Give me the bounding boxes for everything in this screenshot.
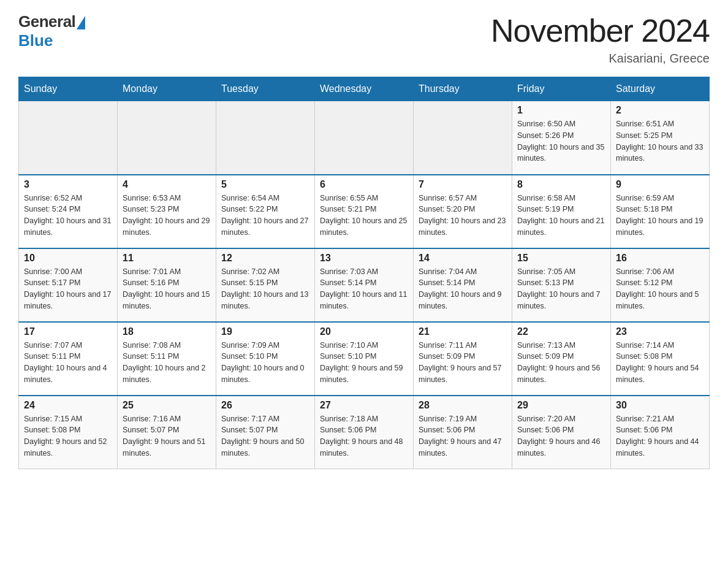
day-info: Sunrise: 7:20 AMSunset: 5:06 PMDaylight:… — [517, 413, 605, 459]
day-info: Sunrise: 7:00 AMSunset: 5:17 PMDaylight:… — [24, 266, 112, 312]
day-info: Sunrise: 7:16 AMSunset: 5:07 PMDaylight:… — [123, 413, 211, 459]
day-of-week-header: Saturday — [611, 77, 710, 101]
calendar-cell: 30Sunrise: 7:21 AMSunset: 5:06 PMDayligh… — [611, 396, 710, 469]
day-number: 18 — [123, 326, 211, 337]
day-number: 15 — [517, 253, 605, 264]
calendar-cell: 12Sunrise: 7:02 AMSunset: 5:15 PMDayligh… — [216, 248, 315, 322]
calendar-week-row: 10Sunrise: 7:00 AMSunset: 5:17 PMDayligh… — [19, 248, 710, 322]
day-number: 27 — [320, 400, 408, 411]
day-number: 21 — [419, 326, 507, 337]
day-number: 4 — [123, 179, 211, 190]
day-info: Sunrise: 7:03 AMSunset: 5:14 PMDaylight:… — [320, 266, 408, 312]
calendar-cell: 25Sunrise: 7:16 AMSunset: 5:07 PMDayligh… — [118, 396, 216, 469]
day-number: 12 — [221, 253, 309, 264]
calendar-week-row: 1Sunrise: 6:50 AMSunset: 5:26 PMDaylight… — [19, 101, 710, 175]
day-info: Sunrise: 7:10 AMSunset: 5:10 PMDaylight:… — [320, 340, 408, 386]
month-title: November 2024 — [491, 12, 710, 49]
day-of-week-header: Sunday — [19, 77, 118, 101]
calendar-cell: 24Sunrise: 7:15 AMSunset: 5:08 PMDayligh… — [19, 396, 118, 469]
day-of-week-header: Monday — [118, 77, 216, 101]
calendar-cell — [216, 101, 315, 175]
header: General Blue November 2024 Kaisariani, G… — [18, 12, 710, 66]
calendar-cell — [118, 101, 216, 175]
logo: General Blue — [18, 12, 85, 50]
day-number: 19 — [221, 326, 309, 337]
calendar-cell: 16Sunrise: 7:06 AMSunset: 5:12 PMDayligh… — [611, 248, 710, 322]
day-number: 8 — [517, 179, 605, 190]
day-number: 26 — [221, 400, 309, 411]
day-number: 20 — [320, 326, 408, 337]
day-number: 24 — [24, 400, 112, 411]
day-number: 11 — [123, 253, 211, 264]
calendar-cell: 28Sunrise: 7:19 AMSunset: 5:06 PMDayligh… — [414, 396, 512, 469]
calendar-cell — [19, 101, 118, 175]
day-number: 10 — [24, 253, 112, 264]
day-number: 9 — [616, 179, 704, 190]
calendar-cell: 7Sunrise: 6:57 AMSunset: 5:20 PMDaylight… — [414, 175, 512, 248]
day-number: 23 — [616, 326, 704, 337]
day-info: Sunrise: 7:05 AMSunset: 5:13 PMDaylight:… — [517, 266, 605, 312]
calendar-cell: 11Sunrise: 7:01 AMSunset: 5:16 PMDayligh… — [118, 248, 216, 322]
calendar-cell — [414, 101, 512, 175]
day-info: Sunrise: 7:18 AMSunset: 5:06 PMDaylight:… — [320, 413, 408, 459]
day-of-week-header: Wednesday — [315, 77, 414, 101]
calendar-cell: 5Sunrise: 6:54 AMSunset: 5:22 PMDaylight… — [216, 175, 315, 248]
calendar-cell: 26Sunrise: 7:17 AMSunset: 5:07 PMDayligh… — [216, 396, 315, 469]
day-info: Sunrise: 7:11 AMSunset: 5:09 PMDaylight:… — [419, 340, 507, 386]
day-number: 2 — [616, 105, 704, 116]
day-info: Sunrise: 6:51 AMSunset: 5:25 PMDaylight:… — [616, 118, 704, 164]
title-area: November 2024 Kaisariani, Greece — [491, 12, 710, 66]
calendar-cell: 21Sunrise: 7:11 AMSunset: 5:09 PMDayligh… — [414, 322, 512, 396]
calendar-cell: 9Sunrise: 6:59 AMSunset: 5:18 PMDaylight… — [611, 175, 710, 248]
calendar-cell: 15Sunrise: 7:05 AMSunset: 5:13 PMDayligh… — [512, 248, 611, 322]
calendar-cell: 18Sunrise: 7:08 AMSunset: 5:11 PMDayligh… — [118, 322, 216, 396]
day-info: Sunrise: 7:08 AMSunset: 5:11 PMDaylight:… — [123, 340, 211, 386]
day-info: Sunrise: 7:09 AMSunset: 5:10 PMDaylight:… — [221, 340, 309, 386]
day-number: 1 — [517, 105, 605, 116]
day-info: Sunrise: 7:19 AMSunset: 5:06 PMDaylight:… — [419, 413, 507, 459]
calendar-cell: 2Sunrise: 6:51 AMSunset: 5:25 PMDaylight… — [611, 101, 710, 175]
logo-blue-text: Blue — [18, 31, 53, 50]
day-number: 25 — [123, 400, 211, 411]
day-info: Sunrise: 6:59 AMSunset: 5:18 PMDaylight:… — [616, 193, 704, 239]
day-of-week-header: Tuesday — [216, 77, 315, 101]
calendar-table: SundayMondayTuesdayWednesdayThursdayFrid… — [18, 77, 710, 469]
day-info: Sunrise: 7:15 AMSunset: 5:08 PMDaylight:… — [24, 413, 112, 459]
day-number: 16 — [616, 253, 704, 264]
day-info: Sunrise: 6:50 AMSunset: 5:26 PMDaylight:… — [517, 118, 605, 164]
calendar-cell: 3Sunrise: 6:52 AMSunset: 5:24 PMDaylight… — [19, 175, 118, 248]
calendar-cell — [315, 101, 414, 175]
day-info: Sunrise: 6:58 AMSunset: 5:19 PMDaylight:… — [517, 193, 605, 239]
calendar-cell: 22Sunrise: 7:13 AMSunset: 5:09 PMDayligh… — [512, 322, 611, 396]
calendar-cell: 19Sunrise: 7:09 AMSunset: 5:10 PMDayligh… — [216, 322, 315, 396]
day-info: Sunrise: 7:02 AMSunset: 5:15 PMDaylight:… — [221, 266, 309, 312]
day-info: Sunrise: 7:13 AMSunset: 5:09 PMDaylight:… — [517, 340, 605, 386]
calendar-cell: 8Sunrise: 6:58 AMSunset: 5:19 PMDaylight… — [512, 175, 611, 248]
calendar-cell: 20Sunrise: 7:10 AMSunset: 5:10 PMDayligh… — [315, 322, 414, 396]
day-info: Sunrise: 7:07 AMSunset: 5:11 PMDaylight:… — [24, 340, 112, 386]
day-info: Sunrise: 7:01 AMSunset: 5:16 PMDaylight:… — [123, 266, 211, 312]
calendar-cell: 13Sunrise: 7:03 AMSunset: 5:14 PMDayligh… — [315, 248, 414, 322]
calendar-week-row: 17Sunrise: 7:07 AMSunset: 5:11 PMDayligh… — [19, 322, 710, 396]
day-number: 14 — [419, 253, 507, 264]
calendar-cell: 23Sunrise: 7:14 AMSunset: 5:08 PMDayligh… — [611, 322, 710, 396]
day-of-week-header: Thursday — [414, 77, 512, 101]
calendar-cell: 17Sunrise: 7:07 AMSunset: 5:11 PMDayligh… — [19, 322, 118, 396]
calendar-cell: 10Sunrise: 7:00 AMSunset: 5:17 PMDayligh… — [19, 248, 118, 322]
calendar-week-row: 3Sunrise: 6:52 AMSunset: 5:24 PMDaylight… — [19, 175, 710, 248]
day-info: Sunrise: 7:06 AMSunset: 5:12 PMDaylight:… — [616, 266, 704, 312]
day-number: 7 — [419, 179, 507, 190]
day-info: Sunrise: 7:04 AMSunset: 5:14 PMDaylight:… — [419, 266, 507, 312]
day-info: Sunrise: 6:52 AMSunset: 5:24 PMDaylight:… — [24, 193, 112, 239]
calendar-cell: 27Sunrise: 7:18 AMSunset: 5:06 PMDayligh… — [315, 396, 414, 469]
day-info: Sunrise: 6:55 AMSunset: 5:21 PMDaylight:… — [320, 193, 408, 239]
calendar-cell: 14Sunrise: 7:04 AMSunset: 5:14 PMDayligh… — [414, 248, 512, 322]
day-number: 30 — [616, 400, 704, 411]
calendar-cell: 1Sunrise: 6:50 AMSunset: 5:26 PMDaylight… — [512, 101, 611, 175]
days-header-row: SundayMondayTuesdayWednesdayThursdayFrid… — [19, 77, 710, 101]
day-info: Sunrise: 6:54 AMSunset: 5:22 PMDaylight:… — [221, 193, 309, 239]
calendar-cell: 6Sunrise: 6:55 AMSunset: 5:21 PMDaylight… — [315, 175, 414, 248]
day-number: 22 — [517, 326, 605, 337]
day-info: Sunrise: 7:14 AMSunset: 5:08 PMDaylight:… — [616, 340, 704, 386]
day-number: 29 — [517, 400, 605, 411]
